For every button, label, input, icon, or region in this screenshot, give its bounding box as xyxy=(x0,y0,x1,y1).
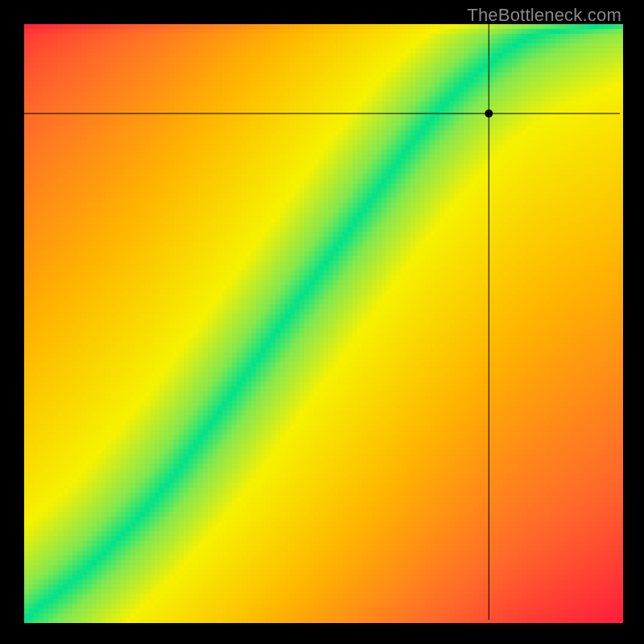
chart-container: TheBottleneck.com xyxy=(0,0,644,644)
crosshair-overlay xyxy=(0,0,644,644)
watermark-text: TheBottleneck.com xyxy=(467,5,621,26)
